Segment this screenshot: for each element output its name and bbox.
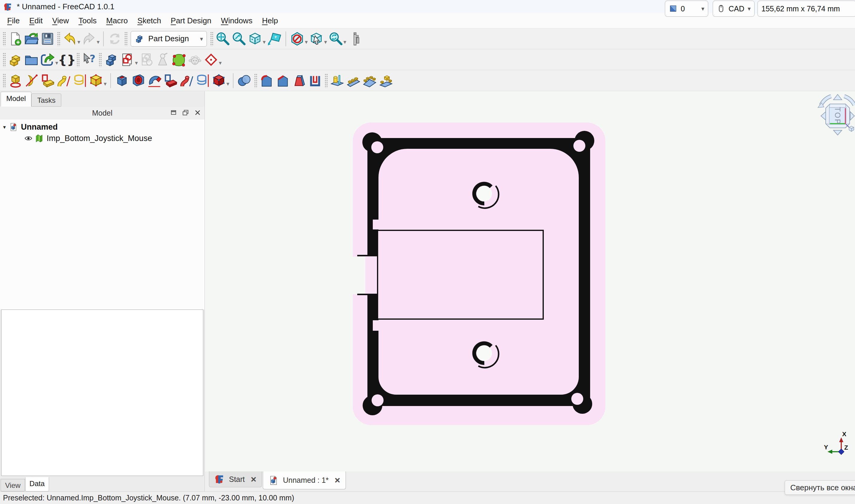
document-tab-start[interactable]: Start× (209, 471, 262, 487)
tree-item-shape[interactable]: Imp_Bottom_Joystick_Mouse (0, 133, 205, 144)
dropdown-arrow-icon[interactable]: ▾ (97, 38, 100, 46)
part-top-view[interactable] (352, 123, 605, 425)
toolbar-grip[interactable] (325, 73, 328, 88)
tree-item-document[interactable]: ▼ Unnamed (0, 121, 205, 133)
dropdown-arrow-icon[interactable]: ▾ (305, 38, 308, 46)
toolbar-grip[interactable] (3, 73, 6, 88)
notifications-selector[interactable]: 0 ▾ (665, 1, 708, 17)
whats-this-button[interactable]: ? (81, 51, 97, 69)
expand-caret-icon[interactable]: ▼ (0, 125, 9, 130)
menu-item-macro[interactable]: Macro (101, 14, 133, 27)
fit-all-button[interactable] (215, 30, 231, 48)
dropdown-arrow-icon[interactable]: ▾ (55, 59, 58, 66)
toolbar-grip[interactable] (57, 32, 60, 46)
menu-item-help[interactable]: Help (257, 14, 282, 27)
align-to-selection-button[interactable] (266, 30, 282, 48)
navigation-style-selector[interactable]: CAD ▾ (713, 1, 754, 17)
dropdown-arrow-icon[interactable]: ▾ (324, 38, 327, 46)
box-element-selection-button[interactable]: ▾ (308, 30, 328, 48)
variable-set-button[interactable]: {} (59, 51, 75, 69)
refresh-button[interactable] (107, 30, 123, 48)
pocket-button[interactable] (114, 72, 130, 90)
chamfer-button[interactable] (275, 72, 291, 90)
fillet-button[interactable] (259, 72, 275, 90)
tab-close-icon[interactable]: × (251, 474, 257, 485)
panel-tab-tasks[interactable]: Tasks (31, 93, 61, 107)
document-tab-unnamed[interactable]: Unnamed : 1*× (263, 471, 346, 489)
subtractive-primitive-button[interactable]: ▾ (211, 72, 230, 90)
panel-tab-model[interactable]: Model (1, 92, 31, 107)
menu-item-part-design[interactable]: Part Design (166, 14, 216, 27)
make-link-button[interactable]: ▾ (39, 51, 59, 69)
additive-loft-button[interactable] (39, 72, 56, 90)
thickness-button[interactable] (307, 72, 323, 90)
viewport-dimensions-box[interactable]: 155,62 mm x 76,74 mm (757, 1, 855, 17)
undo-button[interactable]: ▾ (62, 30, 81, 48)
measure-button[interactable] (347, 30, 363, 48)
toolbar-grip[interactable] (76, 53, 80, 67)
toolbar-grip[interactable] (210, 32, 213, 46)
dropdown-arrow-icon[interactable]: ▾ (219, 59, 222, 66)
hole-button[interactable] (130, 72, 146, 90)
nav-mini-cube-icon[interactable] (849, 126, 854, 131)
create-group-button[interactable] (23, 51, 39, 69)
toolbar-grip[interactable] (99, 53, 102, 67)
subtractive-pipe-button[interactable] (178, 72, 195, 90)
menu-item-tools[interactable]: Tools (74, 14, 102, 27)
pad-button[interactable] (7, 72, 23, 90)
create-part-button[interactable] (7, 51, 23, 69)
subtractive-helix-button[interactable] (195, 72, 211, 90)
create-sketch-button[interactable]: ▾ (119, 51, 139, 69)
axonometric-view-button[interactable]: ▾ (247, 30, 266, 48)
menu-item-edit[interactable]: Edit (24, 14, 48, 27)
3d-viewport[interactable]: TOP X Y Z (205, 91, 855, 471)
create-body-button[interactable] (103, 51, 119, 69)
attach-sketch-button[interactable] (155, 51, 171, 69)
mirrored-button[interactable] (329, 72, 345, 90)
edit-sketch-button[interactable] (138, 51, 155, 69)
dropdown-arrow-icon[interactable]: ▾ (227, 80, 230, 87)
toolbar-grip[interactable] (3, 53, 6, 67)
tab-close-icon[interactable]: × (334, 475, 340, 486)
dropdown-arrow-icon[interactable]: ▾ (344, 38, 347, 46)
polar-pattern-button[interactable] (362, 72, 378, 90)
toolbar-grip[interactable] (254, 73, 257, 88)
nav-cube-face-label[interactable]: TOP (834, 107, 842, 125)
menu-item-windows[interactable]: Windows (216, 14, 257, 27)
property-tab-view[interactable]: View (1, 479, 25, 491)
multitransform-button[interactable] (378, 72, 394, 90)
additive-primitive-button[interactable]: ▾ (88, 72, 107, 90)
sheep-button[interactable] (187, 51, 203, 69)
dock-close-button[interactable] (194, 109, 202, 118)
additive-helix-button[interactable] (72, 72, 88, 90)
workbench-selector[interactable]: Part Design▾ (130, 31, 207, 47)
boolean-button[interactable] (237, 72, 252, 90)
new-document-button[interactable] (7, 30, 23, 48)
dropdown-arrow-icon[interactable]: ▾ (135, 59, 138, 66)
save-button[interactable] (39, 30, 56, 48)
linear-pattern-button[interactable] (345, 72, 362, 90)
create-datum-button[interactable]: ▾ (203, 51, 223, 69)
toolbar-grip[interactable] (124, 32, 127, 46)
viewport-canvas[interactable]: TOP X Y Z (205, 91, 855, 471)
fit-selection-button[interactable] (231, 30, 247, 48)
navigation-cube[interactable]: TOP (818, 94, 854, 135)
menu-item-file[interactable]: File (2, 14, 24, 27)
revolution-button[interactable] (23, 72, 39, 90)
subtractive-loft-button[interactable] (162, 72, 178, 90)
additive-pipe-button[interactable] (56, 72, 72, 90)
dock-restore-button[interactable] (170, 109, 178, 118)
pocket-outline[interactable] (378, 230, 543, 319)
menu-item-view[interactable]: View (48, 14, 74, 27)
sync-view-button[interactable]: ▾ (328, 30, 347, 48)
dropdown-arrow-icon[interactable]: ▾ (263, 38, 266, 46)
property-tab-data[interactable]: Data (25, 477, 49, 491)
dock-float-button[interactable] (182, 109, 190, 118)
groove-button[interactable] (146, 72, 162, 90)
property-editor[interactable] (1, 309, 203, 476)
validate-sketch-button[interactable] (171, 51, 187, 69)
open-folder-button[interactable] (23, 30, 39, 48)
toolbar-grip[interactable] (3, 32, 6, 46)
draw-style-button[interactable]: ▾ (289, 30, 309, 48)
draft-button[interactable] (291, 72, 307, 90)
